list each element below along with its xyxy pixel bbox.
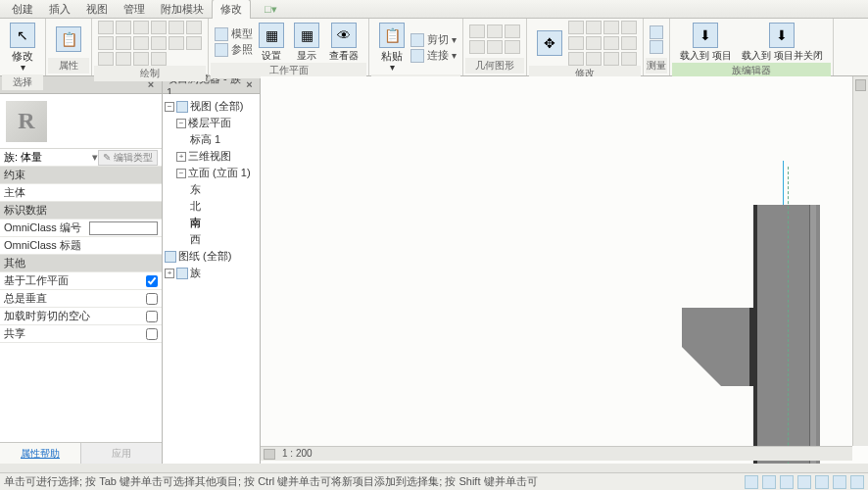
tree-south[interactable]: 南 xyxy=(165,215,258,231)
draw-t6-icon[interactable] xyxy=(186,36,202,50)
status-icon-5[interactable] xyxy=(815,475,829,489)
model-column[interactable] xyxy=(753,205,820,464)
mod-t10-icon[interactable] xyxy=(586,52,602,66)
modify-button[interactable]: ↖ 修改▾ xyxy=(6,21,39,74)
paste-button[interactable]: 📋粘贴▾ xyxy=(375,21,409,74)
mod-t4-icon[interactable] xyxy=(621,21,637,34)
workplane-based-row: 基于工作平面 xyxy=(0,272,162,290)
draw-spline-icon[interactable] xyxy=(98,36,114,50)
tree-north[interactable]: 北 xyxy=(165,198,258,215)
draw-partial-icon[interactable] xyxy=(133,36,149,50)
always-vertical-checkbox[interactable] xyxy=(146,293,158,305)
draw-circle-icon[interactable] xyxy=(151,21,167,34)
other-header[interactable]: 其他 xyxy=(0,255,162,272)
tree-views[interactable]: −视图 (全部) xyxy=(165,98,258,115)
ref-button[interactable]: 参照 xyxy=(215,42,253,57)
expand-icon[interactable]: + xyxy=(165,269,174,278)
draw-arc2-icon[interactable] xyxy=(186,21,202,34)
draw-arc-icon[interactable] xyxy=(169,21,184,34)
expand-icon[interactable]: + xyxy=(176,152,186,162)
menu-modify[interactable]: 修改 xyxy=(212,0,251,19)
draw-ellipse-icon[interactable] xyxy=(116,36,131,50)
menu-insert[interactable]: 插入 xyxy=(41,0,78,19)
draw-t9-icon[interactable] xyxy=(133,52,149,66)
geo-t1-icon[interactable] xyxy=(469,24,485,38)
scroll-thumb[interactable] xyxy=(855,79,866,91)
viewer-button[interactable]: 👁查看器 xyxy=(325,21,362,63)
mod-t5-icon[interactable] xyxy=(568,36,584,50)
geo-t4-icon[interactable] xyxy=(469,40,485,54)
edit-type-button[interactable]: ✎ 编辑类型 xyxy=(98,150,158,166)
cut-voids-checkbox[interactable] xyxy=(146,311,158,322)
tree-level1[interactable]: 标高 1 xyxy=(165,131,258,148)
model-button[interactable]: 模型 xyxy=(215,26,253,41)
collapse-icon[interactable]: − xyxy=(165,102,174,112)
collapse-icon[interactable]: − xyxy=(176,169,186,178)
status-icon-2[interactable] xyxy=(762,475,776,489)
status-icon-3[interactable] xyxy=(780,475,794,489)
draw-pick-icon[interactable] xyxy=(151,36,167,50)
menu-manage[interactable]: 管理 xyxy=(116,0,153,19)
measure-2[interactable] xyxy=(650,40,663,54)
tree-elevation[interactable]: −立面 (立面 1) xyxy=(165,165,258,181)
draw-t7-icon[interactable] xyxy=(98,52,114,66)
mod-t9-icon[interactable] xyxy=(568,52,584,66)
tree-east[interactable]: 东 xyxy=(165,181,258,198)
drawing-canvas[interactable]: 1 : 200 xyxy=(261,76,868,464)
menu-view[interactable]: 视图 xyxy=(78,0,116,19)
mod-t8-icon[interactable] xyxy=(621,36,637,50)
mod-t11-icon[interactable] xyxy=(603,52,619,66)
properties-button[interactable]: 📋 xyxy=(52,24,85,54)
workplane-based-checkbox[interactable] xyxy=(146,275,158,287)
menu-addon[interactable]: 附加模块 xyxy=(153,0,212,19)
tree-sheets[interactable]: 图纸 (全部) xyxy=(165,248,258,265)
draw-t8-icon[interactable] xyxy=(116,52,131,66)
type-selector-row[interactable]: 族: 体量 ✎ 编辑类型 xyxy=(0,149,162,167)
mod-t1-icon[interactable] xyxy=(568,21,584,34)
tree-west[interactable]: 西 xyxy=(165,231,258,248)
load-project-button[interactable]: ⬇载入到 项目 xyxy=(676,21,736,63)
geo-t2-icon[interactable] xyxy=(487,24,503,38)
status-icon-4[interactable] xyxy=(797,475,811,489)
menu-create[interactable]: 创建 xyxy=(4,0,41,19)
show-button[interactable]: ▦显示 xyxy=(290,21,323,63)
iddata-header[interactable]: 标识数据 xyxy=(0,202,162,220)
geo-t3-icon[interactable] xyxy=(505,24,520,38)
menu-expand[interactable]: □▾ xyxy=(257,1,285,18)
close-icon[interactable]: × xyxy=(243,78,256,92)
collapse-icon[interactable]: − xyxy=(176,119,186,128)
ribbon-group-draw: 绘制 xyxy=(92,19,209,75)
mod-t12-icon[interactable] xyxy=(621,52,637,66)
tree-floorplan[interactable]: −楼层平面 xyxy=(165,115,258,131)
omni-number-input[interactable] xyxy=(89,221,158,235)
mod-t6-icon[interactable] xyxy=(586,36,602,50)
mod-t7-icon[interactable] xyxy=(603,36,619,50)
measure-1[interactable] xyxy=(650,25,663,39)
status-icon-1[interactable] xyxy=(745,475,758,489)
status-filter-icon[interactable] xyxy=(850,475,864,489)
status-icon-6[interactable] xyxy=(833,475,846,489)
geo-t6-icon[interactable] xyxy=(505,40,520,54)
draw-poly-icon[interactable] xyxy=(133,21,149,34)
load-close-button[interactable]: ⬇载入到 项目并关闭 xyxy=(738,21,827,63)
move-button[interactable]: ✥ xyxy=(533,28,566,58)
draw-t5-icon[interactable] xyxy=(169,36,184,50)
cut-button[interactable]: 剪切 ▾ xyxy=(410,32,457,47)
tree-families[interactable]: +族 xyxy=(165,265,258,281)
horizontal-scrollbar[interactable]: 1 : 200 xyxy=(261,446,852,461)
vertical-scrollbar[interactable] xyxy=(852,76,868,446)
mod-t2-icon[interactable] xyxy=(586,21,602,34)
tree-3dview[interactable]: +三维视图 xyxy=(165,148,258,165)
properties-apply-button[interactable]: 应用 xyxy=(80,443,162,464)
draw-t10-icon[interactable] xyxy=(151,52,167,66)
draw-rect-icon[interactable] xyxy=(116,21,131,34)
scroll-thumb[interactable] xyxy=(264,449,275,460)
set-button[interactable]: ▦设置 xyxy=(255,21,288,63)
geo-t5-icon[interactable] xyxy=(487,40,503,54)
draw-line-icon[interactable] xyxy=(98,21,114,34)
properties-help-link[interactable]: 属性帮助 xyxy=(0,443,80,464)
join-button[interactable]: 连接 ▾ xyxy=(410,48,457,63)
mod-t3-icon[interactable] xyxy=(603,21,619,34)
shared-checkbox[interactable] xyxy=(146,328,158,340)
constraints-header[interactable]: 约束 xyxy=(0,167,162,184)
